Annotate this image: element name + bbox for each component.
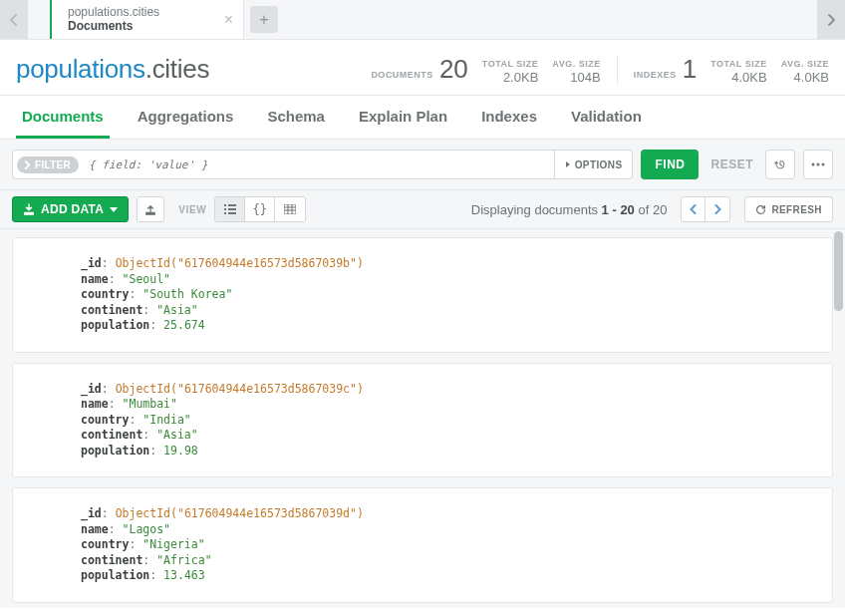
add-data-button[interactable]: ADD DATA [12,196,129,222]
tab-explain-plan[interactable]: Explain Plan [353,96,453,139]
filter-pill[interactable]: FILTER [17,156,79,173]
refresh-icon [755,204,766,215]
tab-subtitle: Documents [68,19,209,35]
refresh-button[interactable]: REFRESH [744,196,833,222]
tab-validation[interactable]: Validation [565,96,648,139]
view-label: VIEW [178,204,206,215]
view-json-button[interactable]: {} [245,197,275,221]
filter-row: FILTER OPTIONS FIND RESET [0,140,845,189]
tabbar-next-button[interactable] [817,0,845,39]
stat-documents: DOCUMENTS 20 [371,54,467,85]
page-prev-button[interactable] [682,197,705,221]
stat-idx-total-size: TOTAL SIZE 4.0KB [710,59,767,85]
document-card[interactable]: _id: ObjectId("617604944e16573d5867039b"… [12,237,833,353]
tab-schema[interactable]: Schema [261,96,331,139]
tab-indexes[interactable]: Indexes [475,96,543,139]
view-mode-group: {} [214,196,306,222]
document-card[interactable]: _id: ObjectId("617604944e16573d5867039d"… [12,487,833,603]
tab-title: populations.cities [68,5,209,19]
caret-down-icon [110,207,118,212]
list-icon [224,204,236,214]
collection-header: populations.cities DOCUMENTS 20 TOTAL SI… [0,40,845,96]
download-icon [23,203,35,215]
tab-aggregations[interactable]: Aggregations [132,96,240,139]
chevron-right-icon [714,204,721,214]
svg-point-0 [812,163,815,166]
collection-name: populations.cities [16,54,209,85]
scrollbar-thumb[interactable] [834,231,843,311]
pagination-text: Displaying documents 1 - 20 of 20 [471,202,668,217]
chevron-right-icon [23,160,32,169]
documents-toolbar: ADD DATA VIEW {} Displaying documents 1 … [0,189,845,229]
stat-indexes: INDEXES 1 [634,54,697,85]
svg-point-2 [822,163,825,166]
stat-idx-avg-size: AVG. SIZE 4.0KB [781,59,829,85]
stat-avg-size: AVG. SIZE 104B [552,59,600,85]
document-list: _id: ObjectId("617604944e16573d5867039b"… [0,229,845,608]
workspace-tab[interactable]: populations.cities Documents × [50,0,244,39]
export-button[interactable] [137,196,164,222]
find-button[interactable]: FIND [641,150,699,179]
more-button[interactable] [803,150,833,179]
export-icon [144,203,156,215]
history-button[interactable] [765,150,795,179]
history-icon [773,157,787,171]
reset-button[interactable]: RESET [706,157,757,171]
pager [681,196,730,222]
table-icon [284,204,296,214]
ellipsis-icon [811,162,825,166]
view-list-button[interactable] [215,197,245,221]
page-next-button[interactable] [705,197,729,221]
coll-name: cities [152,54,209,84]
stat-total-size: TOTAL SIZE 2.0KB [482,59,539,85]
tabbar-prev-button[interactable] [0,0,28,39]
filter-input[interactable] [85,158,554,171]
section-tabs: Documents Aggregations Schema Explain Pl… [0,96,845,140]
window-tabbar: populations.cities Documents × + [0,0,845,40]
view-table-button[interactable] [275,197,305,221]
collection-stats: DOCUMENTS 20 TOTAL SIZE 2.0KB AVG. SIZE … [371,54,829,85]
chevron-left-icon [690,204,697,214]
add-tab-button[interactable]: + [250,6,278,33]
close-icon[interactable]: × [224,12,233,28]
options-button[interactable]: OPTIONS [554,151,633,178]
svg-point-1 [817,163,820,166]
document-card[interactable]: _id: ObjectId("617604944e16573d5867039c"… [12,363,833,478]
braces-icon: {} [253,202,267,216]
db-name: populations [16,54,145,84]
filter-box: FILTER OPTIONS [12,150,633,179]
tab-documents[interactable]: Documents [16,96,110,139]
caret-right-icon [565,160,571,168]
